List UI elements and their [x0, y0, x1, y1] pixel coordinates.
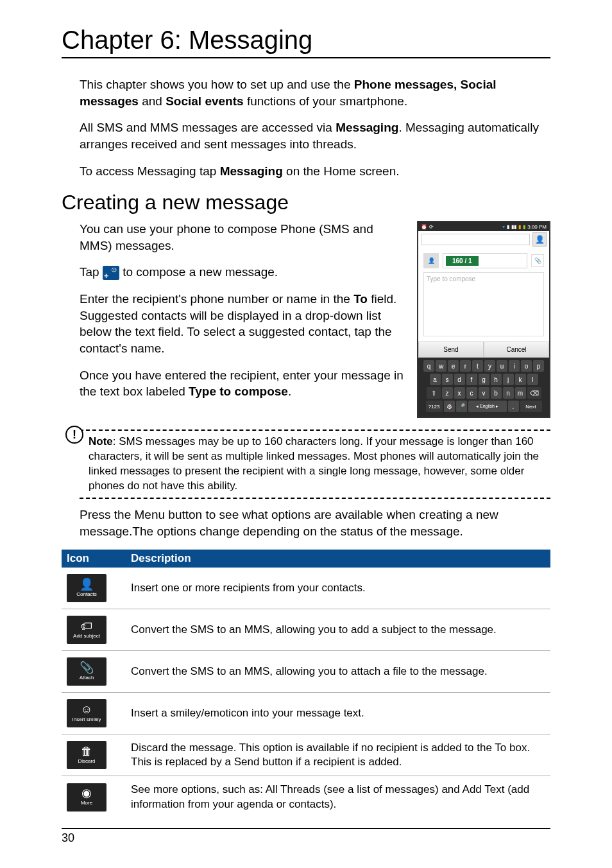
- post-note-p: Press the Menu button to see what option…: [62, 507, 550, 539]
- clock-label: 3:00 PM: [527, 224, 547, 230]
- pick-contact-button[interactable]: 👤: [532, 232, 547, 247]
- options-table-body: 👤ContactsInsert one or more recipients f…: [62, 568, 550, 817]
- key-j[interactable]: j: [503, 374, 514, 385]
- period-key[interactable]: .: [508, 401, 519, 412]
- key-c[interactable]: c: [466, 387, 477, 399]
- key-t[interactable]: t: [472, 360, 483, 372]
- table-row: ☺Insert smileyInsert a smiley/emoticon i…: [62, 693, 550, 734]
- sync-icon: ⟳: [429, 224, 434, 230]
- to-field-row: 👤: [418, 231, 549, 248]
- shift-key[interactable]: ⇧: [427, 387, 441, 399]
- key-y[interactable]: y: [484, 360, 495, 372]
- option-description: Convert the SMS to an MMS, allowing you …: [126, 609, 550, 651]
- note-label: Note: [89, 435, 113, 447]
- note-alert-icon: !: [65, 426, 83, 444]
- backspace-key[interactable]: ⌫: [527, 387, 541, 399]
- wifi-icon: ▾: [502, 224, 505, 230]
- note-rule-bottom: [80, 498, 550, 499]
- compose-message-icon: [103, 266, 119, 280]
- status-bar: ⏰ ⟳ ▾ ▮ ▮▮ ▮ ▮ 3:00 PM: [418, 222, 549, 231]
- signal-icon: ▮▮: [511, 224, 516, 230]
- cancel-button[interactable]: Cancel: [484, 342, 549, 358]
- col-icon: Icon: [62, 550, 126, 568]
- table-row: 🏷Add subjectConvert the SMS to an MMS, a…: [62, 609, 550, 651]
- key-l[interactable]: l: [527, 374, 538, 385]
- key-m[interactable]: m: [515, 387, 526, 399]
- phone-screenshot: ⏰ ⟳ ▾ ▮ ▮▮ ▮ ▮ 3:00 PM 👤 👤: [417, 221, 550, 418]
- key-b[interactable]: b: [491, 387, 502, 399]
- next-key[interactable]: Next: [520, 401, 542, 412]
- section1-p3: Enter the recipient's phone number or na…: [80, 291, 405, 357]
- key-w[interactable]: w: [436, 360, 446, 372]
- key-n[interactable]: n: [503, 387, 514, 399]
- option-description: Insert a smiley/emoticon into your messa…: [126, 693, 550, 734]
- option-description: See more options, such as: All Threads (…: [126, 776, 550, 818]
- space-key[interactable]: ◂ English ▸: [468, 401, 507, 412]
- chapter-title: Chapter 6: Messaging: [62, 26, 550, 55]
- battery-icon-1: ▮: [518, 224, 521, 230]
- key-i[interactable]: i: [509, 360, 520, 372]
- col-desc: Description: [126, 550, 550, 568]
- table-row: 🗑DiscardDiscard the message. This option…: [62, 734, 550, 776]
- key-s[interactable]: s: [442, 374, 453, 385]
- page-number: 30: [62, 831, 550, 845]
- section-heading: Creating a new message: [62, 191, 550, 214]
- section1-p4: Once you have entered the recipient, ent…: [80, 367, 405, 400]
- key-r[interactable]: r: [460, 360, 471, 372]
- attach-icon[interactable]: 📎: [531, 254, 544, 267]
- battery-icon-2: ▮: [523, 224, 525, 230]
- message-body-input[interactable]: Type to compose: [423, 272, 544, 336]
- option-description: Convert the SMS to an MMS, allowing you …: [126, 651, 550, 693]
- key-h[interactable]: h: [491, 374, 502, 385]
- table-row: ◉MoreSee more options, such as: All Thre…: [62, 776, 550, 818]
- key-f[interactable]: f: [466, 374, 477, 385]
- intro-p2: All SMS and MMS messages are accessed vi…: [62, 119, 550, 152]
- section1-p1: You can use your phone to compose Phone …: [80, 221, 405, 254]
- intro-p3: To access Messaging tap Messaging on the…: [62, 163, 550, 180]
- contacts-icon: 👤Contacts: [67, 574, 106, 602]
- key-k[interactable]: k: [515, 374, 526, 385]
- mic-key[interactable]: 🎤: [456, 401, 467, 412]
- key-e[interactable]: e: [448, 360, 459, 372]
- settings-key[interactable]: ⚙: [444, 401, 455, 412]
- options-table: Icon Description 👤ContactsInsert one or …: [62, 550, 550, 817]
- key-z[interactable]: z: [442, 387, 453, 399]
- key-v[interactable]: v: [479, 387, 489, 399]
- kb-row-1: qwertyuiop: [420, 360, 548, 372]
- table-row: 👤ContactsInsert one or more recipients f…: [62, 568, 550, 609]
- attach-icon: 📎Attach: [67, 657, 106, 686]
- to-input[interactable]: [421, 234, 530, 245]
- sim-icon: ▮: [507, 224, 509, 230]
- symbols-key[interactable]: ?123: [426, 401, 443, 412]
- option-description: Discard the message. This option is avai…: [126, 734, 550, 776]
- note-block: ! Note: SMS messages may be up to 160 ch…: [62, 430, 550, 499]
- more-icon: ◉More: [67, 783, 106, 812]
- keyboard: qwertyuiop asdfghjkl ⇧ zxcvbnm ⌫ ?123 ⚙ …: [418, 358, 549, 417]
- key-g[interactable]: g: [479, 374, 489, 385]
- key-a[interactable]: a: [430, 374, 441, 385]
- section1-p2: Tap to compose a new message.: [80, 264, 405, 281]
- kb-row-2: asdfghjkl: [420, 374, 548, 385]
- discard-icon: 🗑Discard: [67, 741, 106, 769]
- add-subject-icon: 🏷Add subject: [67, 616, 106, 644]
- divider: [62, 57, 550, 58]
- alarm-icon: ⏰: [421, 224, 427, 230]
- insert-smiley-icon: ☺Insert smiley: [67, 699, 106, 727]
- note-text: : SMS messages may be up to 160 characte…: [89, 435, 539, 492]
- intro-p1: This chapter shows you how to set up and…: [62, 76, 550, 109]
- key-o[interactable]: o: [521, 360, 532, 372]
- send-button[interactable]: Send: [418, 342, 484, 358]
- char-counter-field: 160 / 1: [443, 253, 527, 268]
- key-p[interactable]: p: [533, 360, 544, 372]
- key-x[interactable]: x: [454, 387, 465, 399]
- key-d[interactable]: d: [454, 374, 465, 385]
- char-counter: 160 / 1: [446, 256, 479, 266]
- key-q[interactable]: q: [423, 360, 434, 372]
- footer-rule: [62, 828, 550, 829]
- key-u[interactable]: u: [497, 360, 507, 372]
- table-row: 📎AttachConvert the SMS to an MMS, allowi…: [62, 651, 550, 693]
- note-rule-top: [80, 430, 550, 431]
- avatar: 👤: [423, 253, 439, 268]
- option-description: Insert one or more recipients from your …: [126, 568, 550, 609]
